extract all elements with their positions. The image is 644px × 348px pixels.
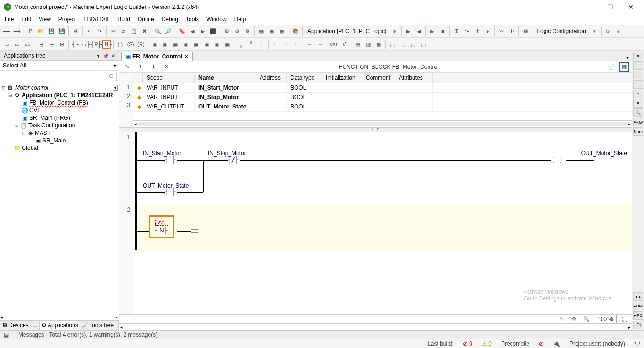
decl-row[interactable]: ◆ VAR_OUTPUT OUT_Motor_State BOOL: [133, 102, 632, 112]
zoom-mode-icon[interactable]: 🔍: [582, 315, 591, 324]
indent-icon[interactable]: ▦: [256, 26, 266, 36]
ld-misc-3[interactable]: ▫: [291, 40, 301, 49]
minimize-button[interactable]: —: [580, 3, 599, 11]
ld-box-8[interactable]: ▣: [223, 40, 232, 49]
tree-srmain2[interactable]: SR_Main: [42, 137, 66, 144]
selectall-label[interactable]: Select All: [3, 62, 26, 69]
tree-taskcfg[interactable]: Task Configuration: [28, 122, 75, 129]
decl-view-table-icon[interactable]: ▦: [619, 62, 629, 72]
right-fav[interactable]: ▾Fav: [633, 118, 643, 126]
ld-misc-2[interactable]: ▫: [281, 40, 290, 49]
contact-label[interactable]: IN_Stop_Motor: [208, 150, 246, 157]
tree-app[interactable]: Application (PLC_1: TM241CE24R: [22, 92, 113, 99]
ld-contact-nc[interactable]: ┤/├: [81, 40, 91, 49]
menu-file[interactable]: File: [5, 16, 14, 23]
sidebar-pin-icon[interactable]: 📌: [103, 53, 108, 58]
ld-return[interactable]: ←: [315, 40, 325, 49]
nav-back-icon[interactable]: ⟵: [2, 26, 11, 36]
bookmark-clear-icon[interactable]: ⬛: [208, 26, 218, 36]
device-icon[interactable]: 🖥: [520, 26, 530, 36]
col-name[interactable]: Name: [195, 73, 256, 83]
project-tree[interactable]: ⊟ 🗎 Motor control ▾ ⊟ ⚙ Application (PLC…: [0, 82, 119, 314]
tree-search-input[interactable]: [2, 72, 117, 81]
tab-tools[interactable]: 📈Tools tree: [79, 321, 119, 330]
col-attr[interactable]: Attributes: [395, 73, 433, 83]
menu-help[interactable]: Help: [234, 16, 246, 23]
ld-coil-r[interactable]: (R): [136, 40, 146, 49]
tree-twisty[interactable]: ⊟: [14, 123, 20, 128]
build3-icon[interactable]: ⚙: [243, 26, 252, 36]
tree-mast[interactable]: MAST: [35, 130, 50, 136]
sidebar-scroll-right[interactable]: ▸: [116, 315, 118, 320]
tab-applications[interactable]: ⚙Applications t…: [40, 321, 79, 330]
tree-gvl[interactable]: GVL: [29, 107, 41, 114]
selectall-dropdown-icon[interactable]: ▾: [113, 62, 116, 69]
ld-comment[interactable]: //: [339, 40, 349, 49]
no-contact-latch[interactable]: ┤ ├: [165, 188, 175, 196]
undo-icon[interactable]: ↶: [84, 26, 94, 36]
maximize-button[interactable]: ☐: [601, 3, 620, 11]
tree-twisty[interactable]: ⊟: [1, 85, 7, 90]
ld-box-7[interactable]: ▣: [212, 40, 222, 49]
ld-box-1[interactable]: ▣: [150, 40, 159, 49]
decl-scroll-left[interactable]: ◂: [134, 122, 137, 126]
ld-align-3[interactable]: ▦: [374, 40, 383, 49]
logic-config-label[interactable]: Logic Configuration: [534, 28, 588, 34]
right-close[interactable]: ✕: [633, 52, 643, 60]
stop-icon[interactable]: ■: [438, 26, 447, 36]
ld-coil[interactable]: ( ): [116, 40, 125, 49]
sidebar-close-icon[interactable]: ✕: [111, 53, 115, 58]
ld-contact-n-highlighted[interactable]: ┤N├: [102, 40, 111, 49]
close-button[interactable]: ✕: [621, 3, 640, 11]
find-icon[interactable]: 🔍: [153, 26, 163, 36]
redo-icon[interactable]: ↷: [95, 26, 104, 36]
sidebar-scroll-left[interactable]: ◂: [1, 315, 3, 320]
findnext-icon[interactable]: 🔎: [164, 26, 173, 36]
run-icon[interactable]: ▶: [428, 26, 437, 36]
ld-var[interactable]: var: [329, 40, 339, 49]
new-contact-placeholder[interactable]: ???: [155, 220, 168, 226]
app-dropdown-icon[interactable]: ▾: [390, 26, 399, 36]
build2-icon[interactable]: ⚙: [232, 26, 242, 36]
col-scope[interactable]: Scope: [143, 73, 195, 83]
ld-net-3[interactable]: ⬚: [408, 40, 418, 49]
status-icon[interactable]: ●: [614, 26, 623, 36]
right-ipc[interactable]: ▸iPC: [633, 311, 643, 320]
right-d[interactable]: |D|: [633, 321, 643, 329]
tree-root[interactable]: Motor control: [15, 84, 48, 91]
library-icon[interactable]: 📚: [291, 26, 300, 36]
zoom-fit-icon[interactable]: ⛶: [619, 315, 629, 324]
ld-branch-1[interactable]: ╦: [236, 40, 246, 49]
messages-icon[interactable]: ▤: [4, 331, 9, 338]
col-dtype[interactable]: Data type: [287, 73, 322, 83]
step-over-icon[interactable]: ↷: [462, 26, 471, 36]
decl-up-icon[interactable]: ⬆: [135, 62, 145, 72]
copy-icon[interactable]: ⧉: [119, 26, 128, 36]
editor-tabs-menu[interactable]: ▾: [623, 54, 632, 61]
step-into-icon[interactable]: ↧: [452, 26, 461, 36]
menu-project[interactable]: Project: [58, 16, 76, 23]
ld-net-4[interactable]: ⬚: [419, 40, 428, 49]
step-out-icon[interactable]: ↥: [472, 26, 482, 36]
ld-tool-2[interactable]: ▭: [12, 40, 22, 49]
logic-config-dropdown-icon[interactable]: ▾: [590, 26, 599, 36]
logout-icon[interactable]: ◀: [414, 26, 423, 36]
delete-icon[interactable]: ✖: [140, 26, 149, 36]
nav-fwd-icon[interactable]: ⟶: [12, 26, 22, 36]
right-hm[interactable]: ▸HM: [633, 302, 643, 310]
pan-mode-icon[interactable]: ✥: [570, 315, 579, 324]
nc-contact[interactable]: ┤/├: [228, 156, 238, 164]
bookmark-icon[interactable]: 🔖: [177, 26, 187, 36]
ld-tool-5[interactable]: ⊟: [47, 40, 56, 49]
col-init[interactable]: Initialization: [322, 73, 362, 83]
menu-edit[interactable]: Edit: [21, 16, 31, 23]
right-search[interactable]: 🔍: [633, 108, 643, 117]
rung-end-box[interactable]: [191, 229, 198, 233]
new-icon[interactable]: 🗋: [26, 26, 35, 36]
right-min[interactable]: –: [633, 61, 643, 70]
right-close2[interactable]: ✕: [633, 99, 643, 108]
ld-align-1[interactable]: ▤: [353, 40, 363, 49]
decl-scroll-right[interactable]: ▸: [628, 122, 631, 126]
contact-label[interactable]: IN_Start_Motor: [143, 150, 181, 157]
bookmark-prev-icon[interactable]: ◀: [188, 26, 197, 36]
